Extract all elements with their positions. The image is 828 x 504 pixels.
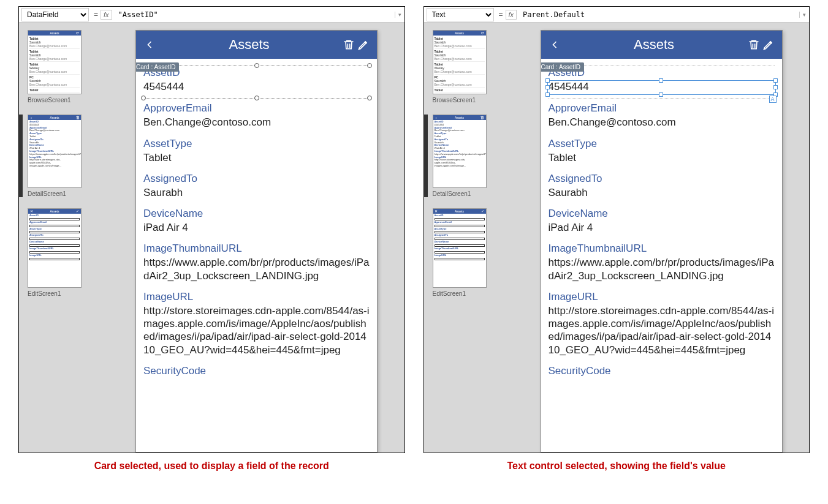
field-label[interactable]: SecurityCode	[143, 365, 370, 377]
field-label[interactable]: ImageThumbnailURL	[549, 243, 775, 255]
field-card[interactable]: ImageURL http://store.storeimages.cdn-ap…	[143, 287, 370, 361]
field-label[interactable]: ImageThumbnailURL	[143, 243, 370, 255]
fields-container: AssetID 4545444 ApproverEmail Ben.Change…	[136, 59, 377, 382]
equals-sign: =	[496, 10, 506, 19]
field-label[interactable]: AssignedTo	[549, 173, 775, 185]
thumb-browse-screen[interactable]: Assets⟳ + TabletSaurabhBen.Change@contos…	[28, 30, 100, 103]
formula-input[interactable]	[519, 9, 799, 20]
field-card[interactable]: DeviceName iPad Air 4	[143, 204, 370, 239]
design-canvas[interactable]: Assets Card : AssetID AssetID 4545444	[510, 23, 810, 453]
field-card[interactable]: AssignedTo Saurabh	[143, 169, 370, 204]
thumb-label: EditScreen1	[433, 290, 505, 297]
formula-expand-button[interactable]: ▾	[395, 12, 405, 18]
thumb-detail-screen[interactable]: ‹Assets🗑 ✎ AssetID4545444 ApproverEmailB…	[28, 115, 100, 197]
formula-bar: Text = fx ▾	[424, 7, 810, 23]
field-value[interactable]: http://store.storeimages.cdn-apple.com/8…	[549, 304, 775, 356]
fx-label[interactable]: fx	[101, 10, 112, 20]
field-value[interactable]: iPad Air 4	[549, 221, 775, 234]
thumb-label: BrowseScreen1	[28, 97, 100, 103]
field-card[interactable]: DeviceName iPad Air 4	[549, 204, 775, 239]
field-label[interactable]: AssetType	[549, 138, 775, 150]
field-label[interactable]: ImageURL	[143, 291, 370, 303]
back-icon[interactable]	[547, 37, 562, 52]
field-card[interactable]: ImageThumbnailURL https://www.apple.com/…	[143, 239, 370, 287]
phone-header: Assets	[136, 31, 377, 59]
thumb-edit-screen[interactable]: ✕Assets✓ AssetID ApproverEmail AssetType…	[433, 208, 505, 297]
field-label[interactable]: AssignedTo	[143, 173, 370, 185]
fields-container: AssetID 4545444 A	[541, 59, 782, 382]
field-value[interactable]: Tablet	[143, 151, 370, 164]
equals-sign: =	[91, 10, 101, 19]
field-label[interactable]: DeviceName	[549, 208, 775, 220]
thumbnail-column: Assets⟳ + TabletSaurabhBen.Change@contos…	[424, 23, 510, 453]
field-card[interactable]: AssetType Tablet	[549, 134, 775, 169]
right-panel: Text = fx ▾ Assets⟳ + TabletSaurabhBen.C…	[423, 6, 810, 453]
back-icon[interactable]	[142, 37, 157, 52]
fx-label[interactable]: fx	[506, 10, 517, 20]
formula-expand-button[interactable]: ▾	[799, 12, 809, 18]
delete-icon[interactable]	[746, 37, 761, 52]
field-value[interactable]: Ben.Change@contoso.com	[143, 116, 370, 129]
field-value[interactable]: http://store.storeimages.cdn-apple.com/8…	[143, 304, 370, 356]
field-value[interactable]: Saurabh	[143, 186, 370, 199]
property-dropdown[interactable]: DataField	[21, 8, 89, 21]
thumb-label: DetailScreen1	[28, 190, 100, 197]
card-tag[interactable]: Card : AssetID	[541, 62, 584, 72]
left-panel: DataField = fx ▾ Assets⟳ + TabletSaurabh…	[18, 6, 405, 453]
field-label[interactable]: ApproverEmail	[143, 102, 370, 115]
field-value[interactable]: Tablet	[549, 151, 775, 164]
phone-header: Assets	[541, 31, 782, 59]
property-dropdown[interactable]: Text	[427, 8, 494, 21]
thumb-edit-screen[interactable]: ✕Assets✓ AssetID ApproverEmail AssetType…	[28, 208, 100, 297]
workspace: Assets⟳ + TabletSaurabhBen.Change@contos…	[424, 23, 810, 453]
field-card[interactable]: AssetType Tablet	[143, 134, 370, 169]
right-caption: Text control selected, showing the field…	[423, 461, 810, 472]
thumb-browse-screen[interactable]: Assets⟳ + TabletSaurabhBen.Change@contos…	[433, 30, 505, 103]
phone-preview: Assets Card : AssetID	[135, 30, 378, 453]
formula-input[interactable]	[115, 9, 395, 20]
thumb-label: DetailScreen1	[433, 190, 505, 197]
field-label[interactable]: SecurityCode	[549, 365, 775, 377]
edit-icon[interactable]	[761, 37, 776, 52]
left-caption: Card selected, used to display a field o…	[18, 461, 405, 472]
field-label[interactable]: ApproverEmail	[549, 102, 775, 115]
field-card[interactable]: SecurityCode	[549, 361, 775, 377]
field-card[interactable]: ImageThumbnailURL https://www.apple.com/…	[549, 239, 775, 287]
card-tag[interactable]: Card : AssetID	[135, 62, 179, 72]
field-card[interactable]: ImageURL http://store.storeimages.cdn-ap…	[549, 287, 775, 361]
workspace: Assets⟳ + TabletSaurabhBen.Change@contos…	[19, 23, 405, 453]
field-card[interactable]: ApproverEmail Ben.Change@contoso.com	[143, 99, 370, 134]
phone-preview: Assets Card : AssetID AssetID 4545444	[541, 30, 783, 453]
thumb-label: EditScreen1	[28, 290, 100, 297]
design-canvas[interactable]: Assets Card : AssetID	[105, 23, 405, 453]
phone-title: Assets	[157, 37, 341, 53]
field-value[interactable]: https://www.apple.com/br/pr/products/ima…	[549, 256, 775, 282]
field-value[interactable]: 4545444	[143, 80, 370, 93]
delete-icon[interactable]	[341, 37, 356, 52]
field-card[interactable]: SecurityCode	[143, 361, 370, 377]
field-card[interactable]: AssignedTo Saurabh	[549, 169, 775, 204]
field-label[interactable]: DeviceName	[143, 208, 370, 220]
field-value[interactable]: https://www.apple.com/br/pr/products/ima…	[143, 256, 370, 282]
phone-title: Assets	[562, 37, 746, 53]
field-value[interactable]: Saurabh	[549, 186, 775, 199]
field-value[interactable]: 4545444	[549, 80, 775, 93]
formula-bar: DataField = fx ▾	[19, 7, 405, 23]
thumb-label: BrowseScreen1	[433, 97, 505, 103]
field-label[interactable]: AssetType	[143, 138, 370, 150]
field-value[interactable]: iPad Air 4	[143, 221, 370, 234]
edit-icon[interactable]	[356, 37, 371, 52]
thumbnail-column: Assets⟳ + TabletSaurabhBen.Change@contos…	[19, 23, 105, 453]
field-label[interactable]: ImageURL	[549, 291, 775, 303]
field-value[interactable]: Ben.Change@contoso.com	[549, 116, 775, 129]
field-card[interactable]: ApproverEmail Ben.Change@contoso.com	[549, 99, 775, 134]
thumb-detail-screen[interactable]: ‹Assets🗑 ✎ AssetID4545444 ApproverEmailB…	[433, 115, 505, 197]
